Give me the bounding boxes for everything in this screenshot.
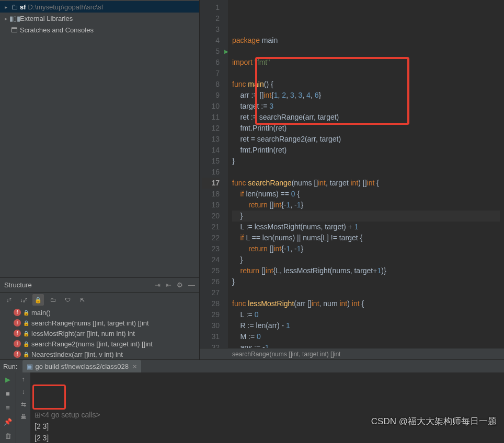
code-line[interactable]: ans := -1 <box>232 342 500 348</box>
code-line[interactable]: ret := searchRange(arr, target) <box>232 112 500 123</box>
code-line[interactable]: return []int{-1, -1} <box>232 243 500 254</box>
code-line[interactable]: } <box>232 211 500 222</box>
function-icon: f <box>14 330 21 337</box>
structure-item-label: NearestIndex(arr []int, v int) int <box>31 351 123 358</box>
code[interactable]: package main import "fmt" func main() { … <box>228 0 504 348</box>
code-line[interactable] <box>232 68 500 79</box>
item-label: External Libraries <box>20 15 73 22</box>
code-area[interactable]: 12345▶6789101112131415161718192021222324… <box>200 0 504 348</box>
lock-icon[interactable]: 🔒 <box>32 294 44 306</box>
left-panel: ▸ 🗀 sf D:\mysetup\gopath\src\sf ▸ ▮▯▮ Ex… <box>0 0 200 359</box>
run-label: Run: <box>3 363 17 370</box>
code-line[interactable]: L := lessMostRight(nums, target) + 1 <box>232 222 500 232</box>
gear-icon[interactable]: ⚙ <box>177 281 183 289</box>
code-line[interactable] <box>232 287 500 298</box>
run-tab[interactable]: ▣ go build sf/newclass2/class028 × <box>22 360 141 372</box>
code-line[interactable]: R := len(arr) - 1 <box>232 320 500 331</box>
wrap-icon[interactable]: ⇆ <box>21 401 26 408</box>
structure-item[interactable]: f🔒searchRange2(nums []int, target int) [… <box>0 339 199 349</box>
structure-header: Structure ⇥ ⇤ ⚙ — <box>0 278 199 293</box>
lock-icon: 🔒 <box>23 320 29 326</box>
lock-icon: 🔒 <box>23 352 29 357</box>
editor: 12345▶6789101112131415161718192021222324… <box>200 0 504 359</box>
code-line[interactable]: } <box>232 156 500 167</box>
code-line[interactable]: func searchRange(nums []int, target int)… <box>232 178 500 189</box>
layout-icon[interactable]: ≡ <box>6 404 10 412</box>
breadcrumb-text: searchRange(nums []int, target int) []in… <box>232 351 340 358</box>
chevron-right-icon[interactable]: ▸ <box>2 4 9 10</box>
external-libraries[interactable]: ▸ ▮▯▮ External Libraries <box>0 13 199 24</box>
code-line[interactable]: func lessMostRight(arr []int, num int) i… <box>232 298 500 309</box>
run-gutter2: ↑ ↓ ⇆ 🖶 <box>16 372 30 443</box>
console-output[interactable]: ⊞<4 go setup calls>[2 3][2 3] Process fi… <box>30 372 504 443</box>
filter-icon[interactable]: 🛡 <box>62 294 73 306</box>
collapse-icon[interactable]: ⇥ <box>155 281 161 289</box>
code-line[interactable]: L := 0 <box>232 309 500 320</box>
structure-item-label: main() <box>31 309 51 317</box>
code-line[interactable]: import "fmt" <box>232 57 500 68</box>
pin-icon[interactable]: 📌 <box>4 418 12 426</box>
code-line[interactable]: if L == len(nums) || nums[L] != target { <box>232 232 500 243</box>
structure-list: f🔒main()f🔒searchRange(nums []int, target… <box>0 307 199 359</box>
structure-item-label: lessMostRight(arr []int, num int) int <box>31 330 135 337</box>
code-line[interactable]: ret = searchRange2(arr, target) <box>232 134 500 145</box>
run-panel: Run: ▣ go build sf/newclass2/class028 × … <box>0 359 504 443</box>
folder-name: sf <box>20 3 26 11</box>
code-line[interactable] <box>232 46 500 57</box>
console-line: ⊞<4 go setup calls> <box>35 409 500 421</box>
lock-icon: 🔒 <box>23 331 29 336</box>
scratches-consoles[interactable]: 🗔 Scratches and Consoles <box>0 24 199 36</box>
code-line[interactable]: fmt.Println(ret) <box>232 123 500 134</box>
code-line[interactable]: if len(nums) == 0 { <box>232 189 500 200</box>
item-label: Scratches and Consoles <box>20 26 94 34</box>
structure-toolbar: ↓ᶻ ↓ₐᶻ 🔒 🗀 🛡 ⇱ <box>0 293 199 307</box>
breadcrumb[interactable]: searchRange(nums []int, target int) []in… <box>200 348 504 359</box>
print-icon[interactable]: 🖶 <box>20 413 27 421</box>
code-line[interactable] <box>232 167 500 178</box>
play-icon[interactable]: ▶ <box>5 376 10 383</box>
function-icon: f <box>14 319 21 327</box>
structure-item-label: searchRange(nums []int, target int) []in… <box>31 319 149 327</box>
stop-icon[interactable]: ■ <box>6 390 10 398</box>
folder-icon[interactable]: 🗀 <box>47 294 59 306</box>
sort-z-icon[interactable]: ↓ᶻ <box>3 294 15 306</box>
scratch-icon: 🗔 <box>9 26 19 34</box>
down-icon[interactable]: ↓ <box>22 388 25 395</box>
code-line[interactable]: } <box>232 276 500 287</box>
folder-path: D:\mysetup\gopath\src\sf <box>28 3 104 11</box>
trash-icon[interactable]: 🗑 <box>5 432 12 440</box>
minimize-icon[interactable]: — <box>188 281 195 289</box>
run-tab-label: go build sf/newclass2/class028 <box>35 363 129 370</box>
code-line[interactable]: M := 0 <box>232 331 500 342</box>
up-icon[interactable]: ↑ <box>22 376 25 383</box>
show-icon[interactable]: ⇱ <box>76 294 88 306</box>
structure-item[interactable]: f🔒lessMostRight(arr []int, num int) int <box>0 328 199 339</box>
code-line[interactable]: return []int{L, lessMostRight(nums, targ… <box>232 265 500 276</box>
structure-title: Structure <box>4 281 32 289</box>
structure-item[interactable]: f🔒NearestIndex(arr []int, v int) int <box>0 349 199 359</box>
structure-item[interactable]: f🔒main() <box>0 307 199 318</box>
structure-item-label: searchRange2(nums []int, target int) []i… <box>31 340 153 348</box>
code-line[interactable]: fmt.Println(ret) <box>232 145 500 156</box>
function-icon: f <box>14 340 21 347</box>
function-icon: f <box>14 309 21 316</box>
gutter[interactable]: 12345▶6789101112131415161718192021222324… <box>200 0 228 348</box>
code-line[interactable]: target := 3 <box>232 101 500 112</box>
lock-icon: 🔒 <box>23 341 29 347</box>
code-line[interactable]: return []int{-1, -1} <box>232 200 500 211</box>
console-line: [2 3] <box>35 432 500 443</box>
folder-icon: 🗀 <box>9 3 19 11</box>
sort-a-icon[interactable]: ↓ₐᶻ <box>18 294 29 306</box>
code-line[interactable]: arr := []int{1, 2, 3, 3, 4, 6} <box>232 90 500 101</box>
structure-item[interactable]: f🔒searchRange(nums []int, target int) []… <box>0 318 199 328</box>
expand-icon[interactable]: ⇤ <box>166 281 171 289</box>
code-line[interactable]: package main <box>232 35 500 46</box>
close-icon[interactable]: × <box>133 363 137 370</box>
chevron-right-icon[interactable]: ▸ <box>2 16 9 21</box>
code-line[interactable]: } <box>232 254 500 265</box>
project-root[interactable]: ▸ 🗀 sf D:\mysetup\gopath\src\sf <box>0 1 199 13</box>
function-icon: f <box>14 351 21 358</box>
code-line[interactable]: func main() { <box>232 79 500 90</box>
library-icon: ▮▯▮ <box>9 15 19 22</box>
cube-icon: ▣ <box>27 363 33 370</box>
